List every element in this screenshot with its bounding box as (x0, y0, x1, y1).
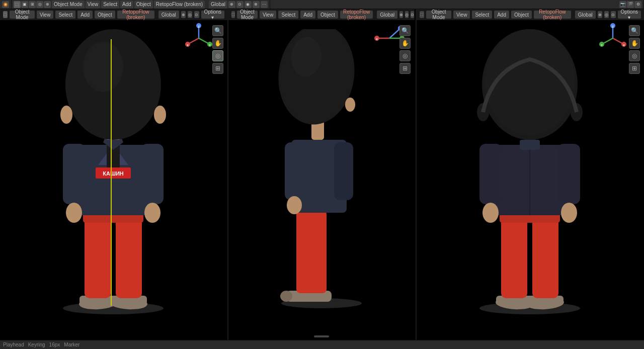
vp-right-select[interactable]: Select (472, 11, 492, 19)
vp1-icon3[interactable]: ⊞ (29, 1, 36, 8)
vp1-object-mode-btn[interactable]: Object Mode (52, 1, 85, 9)
tool-zoom-left[interactable]: 🔍 (212, 25, 223, 36)
render-camera-icon[interactable]: 📷 (619, 1, 626, 8)
svg-point-32 (83, 42, 123, 92)
svg-point-33 (60, 106, 72, 124)
svg-point-51 (287, 196, 302, 214)
vp-left-select[interactable]: Select (55, 11, 75, 19)
tool-cursor-right[interactable]: ◎ (629, 50, 640, 61)
vp1-global-btn[interactable]: Global (209, 1, 227, 9)
vp-right-object[interactable]: Object (511, 11, 532, 19)
vp-left-view[interactable]: View (37, 11, 54, 19)
transform-line-left (111, 39, 112, 306)
viewport-divider-2 (416, 9, 417, 340)
vp-center-global[interactable]: Global (377, 11, 397, 19)
viewport-center[interactable]: ⬚ Object Mode View Select Add Object Ret… (228, 9, 415, 340)
svg-rect-26 (63, 144, 86, 204)
vp-left-retopo[interactable]: RetopoFlow (broken) (117, 11, 154, 19)
vp1-add-btn[interactable]: Add (120, 1, 133, 9)
vp1-separator (206, 1, 208, 8)
tool-zoom-center[interactable]: 🔍 (399, 25, 411, 36)
svg-point-29 (144, 203, 160, 223)
vp1-transform-icon[interactable]: ⊕ (228, 1, 235, 8)
vp-left-object[interactable]: Object (95, 11, 115, 19)
svg-rect-47 (296, 210, 327, 293)
svg-point-46 (280, 291, 292, 302)
svg-rect-71 (501, 215, 527, 298)
vp-center-view[interactable]: View (260, 11, 277, 19)
vp-left-options[interactable]: Options ▾ (201, 11, 224, 19)
vp-center-icon1[interactable]: ⊕ (399, 11, 403, 18)
vp-right-icon2[interactable]: ◎ (604, 11, 609, 18)
blender-logo-section (0, 0, 12, 9)
vp1-overlay-icon[interactable]: ◉ (245, 1, 252, 8)
top-toolbar: ⬚ ▣ ⊞ ◎ ⊕ Object Mode View Select Add Ob… (0, 0, 644, 9)
vp-center-retopo[interactable]: RetopoFlow (broken) (340, 11, 373, 19)
vp-left-object-mode[interactable]: Object Mode (10, 11, 35, 19)
vp1-dots-icon[interactable]: ⋯ (261, 1, 268, 8)
tool-hand-right[interactable]: ✋ (629, 38, 640, 49)
vp-left-mode-icon[interactable]: ⬚ (3, 11, 8, 18)
svg-text:Z: Z (612, 25, 614, 28)
status-item-1: Playhead (3, 342, 24, 347)
vp-left-global[interactable]: Global (158, 11, 179, 19)
vp-center-object[interactable]: Object (317, 11, 338, 19)
vp-right-icon1[interactable]: ⊕ (598, 11, 602, 18)
vp1-shading-icon[interactable]: ⊗ (253, 1, 260, 8)
svg-text:X: X (187, 44, 189, 47)
vp1-snap-icon[interactable]: ⊙ (236, 1, 244, 8)
right-toolbar-section: 📷 🎬 ⚙ (617, 0, 644, 9)
vp-center-object-mode[interactable]: Object Mode (237, 11, 258, 19)
vp1-icon2[interactable]: ▣ (21, 1, 28, 8)
vp-right-object-mode[interactable]: Object Mode (426, 11, 451, 19)
vp-right-add[interactable]: Add (494, 11, 509, 19)
svg-text:X: X (623, 44, 625, 47)
tool-grid-left[interactable]: ⊞ (212, 63, 223, 74)
svg-rect-16 (85, 215, 111, 298)
viewport-right[interactable]: ⬚ Object Mode View Select Add Object Ret… (417, 9, 644, 340)
render-scene-icon[interactable]: 🎬 (627, 1, 634, 8)
vp-center-add[interactable]: Add (300, 11, 315, 19)
vp-right-retopo[interactable]: RetopoFlow (broken) (534, 11, 571, 19)
vp-left-gizmo: Z X Y (184, 23, 214, 54)
svg-text:Z: Z (198, 25, 200, 28)
character-front-svg: КАШИН (25, 29, 201, 321)
vp-right-icon3[interactable]: ⊙ (611, 11, 615, 18)
vp-center-mode-icon[interactable]: ⬚ (231, 11, 235, 18)
vp1-icon1[interactable]: ⬚ (14, 1, 21, 8)
vp1-select-btn[interactable]: Select (101, 1, 119, 9)
viewport-left[interactable]: ⬚ Object Mode View Select Add Object Ret… (0, 9, 227, 340)
vp-center-header: ⬚ Object Mode View Select Add Object Ret… (228, 9, 415, 20)
vp-center-icon2[interactable]: ◎ (405, 11, 409, 18)
vp-left-icon3[interactable]: ⊙ (194, 11, 199, 18)
vp1-view-btn[interactable]: View (86, 1, 101, 9)
vp-center-select[interactable]: Select (278, 11, 298, 19)
tool-cursor-center[interactable]: ◎ (399, 50, 411, 61)
tool-grid-right[interactable]: ⊞ (629, 63, 640, 74)
vp1-icon5[interactable]: ⊕ (44, 1, 51, 8)
vp-right-global[interactable]: Global (575, 11, 596, 19)
vp-center-icon3[interactable]: ⊙ (411, 11, 414, 18)
vp1-retopo-btn[interactable]: RetopoFlow (broken) (154, 1, 205, 9)
vp-right-view[interactable]: View (453, 11, 470, 19)
status-item-4: Marker (64, 342, 79, 347)
vp1-header-icons: ⬚ ▣ ⊞ ◎ ⊕ (14, 1, 51, 8)
tool-hand-left[interactable]: ✋ (212, 38, 223, 49)
tool-zoom-right[interactable]: 🔍 (629, 25, 640, 36)
tool-hand-center[interactable]: ✋ (399, 38, 411, 49)
vp1-icon4[interactable]: ◎ (36, 1, 43, 8)
vp1-object-btn[interactable]: Object (134, 1, 153, 9)
svg-point-27 (66, 203, 82, 223)
tool-cursor-left[interactable]: ◎ (212, 50, 223, 61)
blender-logo-icon[interactable] (2, 1, 9, 8)
vp-left-icon2[interactable]: ◎ (188, 11, 192, 18)
svg-rect-72 (532, 215, 558, 298)
vp-right-mode-icon[interactable]: ⬚ (420, 11, 424, 18)
vp-left-add[interactable]: Add (77, 11, 93, 19)
tool-grid-center[interactable]: ⊞ (399, 63, 411, 74)
vp-center-scroll[interactable] (314, 335, 329, 337)
vp-right-options[interactable]: Options ▾ (618, 11, 641, 19)
svg-point-82 (561, 203, 577, 223)
render-settings-icon[interactable]: ⚙ (634, 1, 641, 8)
vp-left-icon1[interactable]: ⊕ (181, 11, 186, 18)
